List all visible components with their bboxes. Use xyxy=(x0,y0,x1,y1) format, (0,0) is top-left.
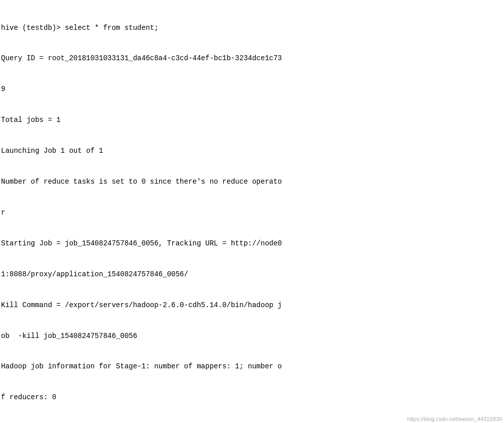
output-line-9: Kill Command = /export/servers/hadoop-2.… xyxy=(1,300,503,310)
output-line-5: Number of reduce tasks is set to 0 since… xyxy=(1,177,503,187)
output-line-10: ob -kill job_1540824757846_0056 xyxy=(1,331,503,341)
watermark: https://blog.csdn.net/weixin_44315830 xyxy=(407,416,502,422)
output-line-4: Launching Job 1 out of 1 xyxy=(1,146,503,156)
output-line-12: f reducers: 0 xyxy=(1,392,503,402)
output-line-6: r xyxy=(1,207,503,218)
output-line-3: Total jobs = 1 xyxy=(1,115,503,125)
prompt-line: hive (testdb)> select * from student; xyxy=(1,23,503,33)
output-line-8: 1:8088/proxy/application_1540824757846_0… xyxy=(1,269,503,279)
output-line-7: Starting Job = job_1540824757846_0056, T… xyxy=(1,238,503,248)
output-line-11: Hadoop job information for Stage-1: numb… xyxy=(1,361,503,371)
output-line-1: Query ID = root_20181031033131_da46c8a4-… xyxy=(1,53,503,63)
terminal: hive (testdb)> select * from student; Qu… xyxy=(0,0,504,423)
output-line-2: 9 xyxy=(1,84,503,94)
